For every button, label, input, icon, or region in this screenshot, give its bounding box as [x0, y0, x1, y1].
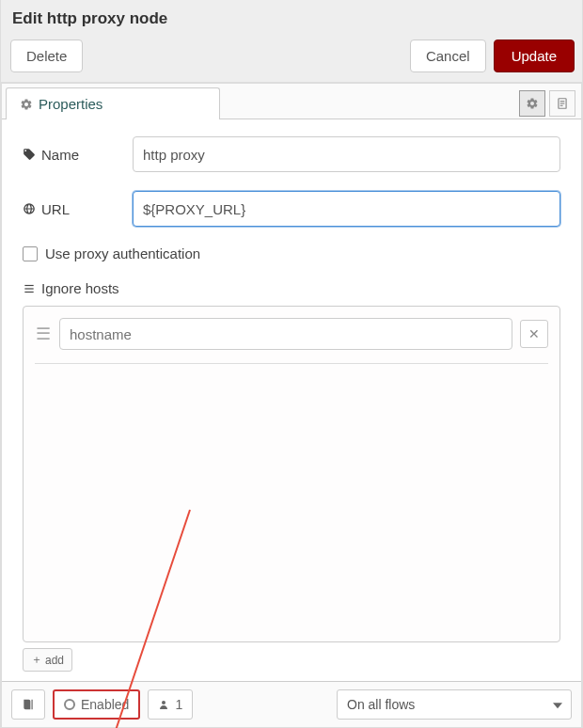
- dialog-title: Edit http proxy node: [12, 9, 575, 28]
- dialog-body: Properties Name: [1, 83, 582, 728]
- book-icon: [22, 698, 35, 711]
- url-label: URL: [23, 201, 121, 217]
- scope-select[interactable]: On all flows: [337, 689, 572, 720]
- enabled-toggle[interactable]: Enabled: [53, 689, 140, 720]
- ignore-hosts-label: Ignore hosts: [23, 280, 560, 296]
- add-host-button[interactable]: ＋ add: [23, 648, 72, 672]
- form: Name URL Use proxy authentication: [2, 119, 581, 681]
- library-button[interactable]: [11, 689, 45, 720]
- footer: Enabled 1 On all flows: [2, 681, 581, 727]
- tab-label: Properties: [39, 96, 102, 112]
- ignore-hosts-box: ☰ ✕: [23, 306, 560, 642]
- close-icon: ✕: [528, 326, 540, 341]
- svg-point-7: [162, 701, 165, 704]
- dialog: Edit http proxy node Delete Cancel Updat…: [0, 0, 583, 728]
- delete-button[interactable]: Delete: [10, 40, 83, 72]
- drag-handle-icon[interactable]: ☰: [35, 324, 52, 344]
- hostname-input[interactable]: [59, 318, 512, 350]
- host-row: ☰ ✕: [35, 318, 548, 350]
- use-auth-checkbox[interactable]: [23, 246, 38, 261]
- settings-tab-button[interactable]: [519, 90, 545, 117]
- remove-host-button[interactable]: ✕: [520, 320, 548, 348]
- url-row: URL: [23, 191, 560, 227]
- use-auth-row[interactable]: Use proxy authentication: [23, 245, 560, 261]
- tag-icon: [23, 148, 36, 161]
- tabs: Properties: [2, 84, 581, 119]
- url-input[interactable]: [133, 191, 560, 227]
- scope-select-wrap: On all flows: [337, 689, 572, 720]
- name-row: Name: [23, 136, 560, 172]
- update-button[interactable]: Update: [494, 40, 575, 72]
- instance-count-button[interactable]: 1: [148, 689, 193, 720]
- document-tab-button[interactable]: [549, 90, 575, 117]
- circle-icon: [64, 699, 75, 710]
- tab-action-icons: [519, 84, 581, 119]
- svg-rect-5: [24, 288, 33, 289]
- plus-icon: ＋: [31, 652, 42, 668]
- tab-properties[interactable]: Properties: [6, 87, 220, 119]
- list-icon: [23, 282, 36, 295]
- header-button-row: Delete Cancel Update: [10, 40, 575, 72]
- globe-icon: [23, 202, 36, 215]
- dialog-header: Edit http proxy node Delete Cancel Updat…: [1, 0, 582, 83]
- use-auth-label: Use proxy authentication: [45, 245, 200, 261]
- name-input[interactable]: [133, 136, 560, 172]
- gear-icon: [20, 98, 33, 111]
- user-icon: [158, 699, 169, 710]
- name-label: Name: [23, 147, 121, 163]
- svg-rect-4: [24, 284, 33, 285]
- svg-rect-6: [24, 291, 33, 292]
- cancel-button[interactable]: Cancel: [410, 40, 486, 72]
